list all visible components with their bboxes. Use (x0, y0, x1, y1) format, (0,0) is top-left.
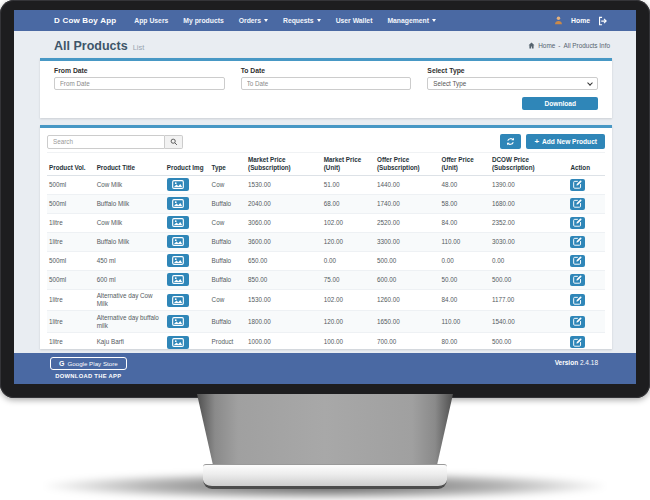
edit-button[interactable] (570, 316, 585, 328)
navbar-right: Home (554, 16, 608, 26)
download-the-app-label: DOWNLOAD THE APP (55, 373, 121, 379)
google-play-store-button[interactable]: G Google Play Store (50, 357, 127, 370)
cell-action (568, 251, 605, 270)
cell-type: Buffalo (210, 194, 246, 213)
product-image-button[interactable] (167, 216, 189, 229)
cell-market-price-subscription: 1530.00 (246, 175, 322, 194)
edit-pencil-icon (573, 338, 582, 347)
breadcrumb: Home - All Products Info (528, 42, 610, 49)
cell-product-vol: 500ml (47, 175, 95, 194)
breadcrumb-home[interactable]: Home (538, 42, 555, 49)
image-icon (172, 180, 184, 189)
nav-item-label: Management (387, 17, 429, 24)
search-button[interactable] (165, 135, 183, 149)
cell-market-price-subscription: 3060.00 (246, 213, 322, 232)
nav-item-label: App Users (134, 17, 168, 24)
table-row: 1litre Buffalo Milk Buffalo 3600.00 120.… (47, 232, 605, 251)
cell-market-price-unit: 102.00 (322, 289, 375, 311)
search-input[interactable] (47, 135, 165, 149)
cell-type: Cow (210, 175, 246, 194)
to-date-input[interactable] (241, 77, 412, 90)
plus-icon: + (534, 138, 539, 146)
cell-product-vol: 1litre (47, 289, 95, 311)
cell-type: Buffalo (210, 232, 246, 251)
logout-icon[interactable] (598, 16, 608, 26)
cell-action (568, 270, 605, 289)
refresh-button[interactable] (500, 134, 521, 149)
table-row: 500ml Cow Milk Cow 1530.00 51.00 1440.00… (47, 175, 605, 194)
product-image-button[interactable] (167, 273, 189, 286)
nav-item-home[interactable]: Home (571, 17, 590, 24)
search-icon (170, 138, 178, 146)
edit-button[interactable] (570, 198, 585, 210)
product-image-button[interactable] (167, 235, 189, 248)
edit-button[interactable] (570, 217, 585, 229)
edit-button[interactable] (570, 236, 585, 248)
cell-dcow-price-subscription: 1177.00 (490, 289, 569, 311)
cell-product-title: Cow Milk (95, 213, 165, 232)
edit-pencil-icon (573, 256, 582, 265)
cell-product-title: Alternative day buffalo milk (95, 311, 165, 333)
product-image-button[interactable] (167, 315, 189, 328)
cell-market-price-unit: 120.00 (322, 311, 375, 333)
cell-offer-price-unit: 84.00 (439, 213, 489, 232)
table-row: 500ml 600 ml Buffalo 850.00 75.00 600.00… (47, 270, 605, 289)
column-header: DCOW Price (Subscription) (490, 153, 569, 176)
nav-item-requests[interactable]: Requests (283, 17, 321, 24)
product-image-button[interactable] (167, 197, 189, 210)
cell-product-title: Kaju Barfi (95, 333, 165, 352)
edit-button[interactable] (570, 336, 585, 348)
edit-button[interactable] (570, 255, 585, 267)
table-toolbar: + Add New Product (47, 134, 605, 149)
cell-offer-price-subscription: 3300.00 (375, 232, 439, 251)
cell-offer-price-unit: 48.00 (439, 175, 489, 194)
cell-product-vol: 500ml (47, 194, 95, 213)
product-image-button[interactable] (167, 336, 189, 349)
select-type-dropdown[interactable]: Select Type (427, 77, 598, 90)
nav-item-app-users[interactable]: App Users (134, 17, 168, 24)
add-new-product-label: Add New Product (542, 138, 597, 145)
cell-product-img (165, 232, 210, 251)
edit-button[interactable] (570, 274, 585, 286)
cell-market-price-subscription: 1800.00 (246, 311, 322, 333)
version-number: 2.4.18 (580, 359, 598, 366)
download-button[interactable]: Download (522, 97, 598, 110)
edit-button[interactable] (570, 294, 585, 306)
cell-product-title: Buffalo Milk (95, 194, 165, 213)
nav-item-my-products[interactable]: My products (183, 17, 223, 24)
nav-item-user-wallet[interactable]: User Wallet (336, 17, 373, 24)
cell-market-price-unit: 51.00 (322, 175, 375, 194)
edit-pencil-icon (573, 237, 582, 246)
page-title-block: All ProductsList (54, 36, 144, 54)
from-date-input[interactable] (54, 77, 225, 90)
page-title: All Products (54, 39, 128, 53)
cell-action (568, 213, 605, 232)
products-panel: + Add New Product Product Vol.Product Ti… (40, 125, 612, 349)
table-header-row: Product Vol.Product TitleProduct ImgType… (47, 153, 605, 176)
nav-item-orders[interactable]: Orders (239, 17, 268, 24)
product-image-button[interactable] (167, 254, 189, 267)
edit-button[interactable] (570, 179, 585, 191)
column-header: Market Price (Unit) (322, 153, 375, 176)
cell-market-price-subscription: 1000.00 (246, 333, 322, 352)
table-row: 1litre Alternative day Cow Milk Cow 1530… (47, 289, 605, 311)
app-screen: D Cow Boy App App Users My products Orde… (14, 10, 636, 384)
brand-title[interactable]: D Cow Boy App (54, 16, 116, 25)
cell-product-vol: 1litre (47, 333, 95, 352)
cell-offer-price-subscription: 1650.00 (375, 311, 439, 333)
product-image-button[interactable] (167, 294, 189, 307)
cell-market-price-unit: 68.00 (322, 194, 375, 213)
cell-action (568, 175, 605, 194)
image-icon (172, 199, 184, 208)
add-new-product-button[interactable]: + Add New Product (526, 134, 605, 149)
cell-product-img (165, 194, 210, 213)
product-image-button[interactable] (167, 178, 189, 191)
column-header: Type (210, 153, 246, 176)
monitor-stand-neck (197, 394, 453, 468)
page-subtitle: List (133, 43, 145, 52)
image-icon (172, 296, 184, 305)
from-date-field-group: From Date (54, 65, 225, 90)
from-date-label: From Date (54, 67, 225, 74)
nav-item-management[interactable]: Management (387, 17, 436, 24)
cell-product-title: Cow Milk (95, 175, 165, 194)
